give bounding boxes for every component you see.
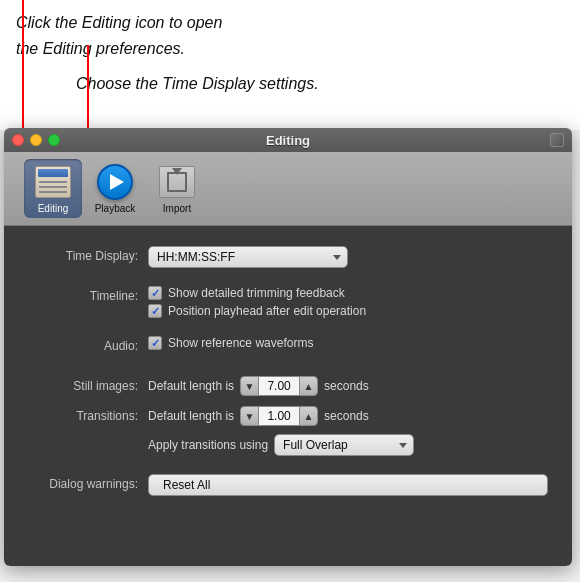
timeline-control: Show detailed trimming feedback Position… (148, 286, 548, 318)
time-display-control: HH:MM:SS:FF (148, 246, 548, 268)
reset-all-button[interactable]: Reset All (148, 474, 548, 496)
still-images-row: Still images: Default length is ▼ 7.00 ▲… (4, 372, 572, 402)
apply-transitions-dropdown[interactable]: Full Overlap (274, 434, 414, 456)
transitions-row: Transitions: Default length is ▼ 1.00 ▲ … (4, 402, 572, 460)
time-display-value: HH:MM:SS:FF (157, 250, 235, 264)
dialog-warnings-label: Dialog warnings: (28, 474, 148, 491)
minimize-button[interactable] (30, 134, 42, 146)
checkbox-row-1: Show detailed trimming feedback (148, 286, 548, 300)
apply-transitions-arrow-icon (399, 443, 407, 448)
time-display-dropdown[interactable]: HH:MM:SS:FF (148, 246, 348, 268)
time-display-dropdown-arrow-icon (333, 255, 341, 260)
timeline-label: Timeline: (28, 286, 148, 303)
transitions-length-inline: Default length is ▼ 1.00 ▲ seconds (148, 406, 548, 426)
import-toolbar-icon (158, 163, 196, 201)
red-line-2 (87, 45, 89, 130)
traffic-lights (12, 134, 60, 146)
checkbox-trimming-label: Show detailed trimming feedback (168, 286, 345, 300)
transitions-control: Default length is ▼ 1.00 ▲ seconds Apply… (148, 406, 548, 456)
transitions-value: 1.00 (259, 407, 299, 425)
checkbox-waveforms-label: Show reference waveforms (168, 336, 313, 350)
transitions-suffix: seconds (324, 409, 369, 423)
annotation-line2: the Editing preferences. (16, 38, 564, 60)
transitions-decrement-button[interactable]: ▼ (241, 407, 259, 425)
annotation-line3: Choose the Time Display settings. (76, 73, 564, 95)
audio-label: Audio: (28, 336, 148, 353)
import-icon-graphic (159, 166, 195, 198)
resize-button[interactable] (550, 133, 564, 147)
checkbox-row-2: Position playhead after edit operation (148, 304, 548, 318)
close-button[interactable] (12, 134, 24, 146)
still-images-stepper: ▼ 7.00 ▲ (240, 376, 318, 396)
maximize-button[interactable] (48, 134, 60, 146)
toolbar-item-import[interactable]: Import (148, 159, 206, 218)
playback-toolbar-icon (96, 163, 134, 201)
checkbox-row-3: Show reference waveforms (148, 336, 548, 350)
apply-transitions-label: Apply transitions using (148, 438, 268, 452)
annotation-area: Click the Editing icon to open the Editi… (0, 0, 580, 130)
play-triangle-icon (110, 174, 124, 190)
editing-toolbar-icon (34, 163, 72, 201)
editing-line-3 (39, 191, 67, 193)
audio-control: Show reference waveforms (148, 336, 548, 350)
import-arrow-icon (172, 168, 182, 175)
time-display-label: Time Display: (28, 246, 148, 263)
time-display-row: Time Display: HH:MM:SS:FF (4, 242, 572, 272)
checkbox-waveforms[interactable] (148, 336, 162, 350)
titlebar: Editing (4, 128, 572, 152)
transitions-prefix: Default length is (148, 409, 234, 423)
playback-toolbar-label: Playback (95, 203, 136, 214)
dialog-warnings-row: Dialog warnings: Reset All (4, 470, 572, 500)
editing-icon-graphic (35, 166, 71, 198)
toolbar: Editing Playback Import (4, 152, 572, 226)
apply-transitions-value: Full Overlap (283, 438, 348, 452)
window-title: Editing (266, 133, 310, 148)
transitions-label: Transitions: (28, 406, 148, 423)
still-images-prefix: Default length is (148, 379, 234, 393)
editing-line-1 (39, 181, 67, 183)
preferences-window: Editing Editing Playback (4, 128, 572, 566)
annotation-line1: Click the Editing icon to open (16, 12, 564, 34)
red-line-1 (22, 0, 24, 130)
dialog-warnings-control: Reset All (148, 474, 548, 496)
checkbox-trimming[interactable] (148, 286, 162, 300)
editing-toolbar-label: Editing (38, 203, 69, 214)
still-images-inline: Default length is ▼ 7.00 ▲ seconds (148, 376, 548, 396)
transitions-increment-button[interactable]: ▲ (299, 407, 317, 425)
still-images-label: Still images: (28, 376, 148, 393)
titlebar-right (550, 133, 564, 147)
audio-row: Audio: Show reference waveforms (4, 332, 572, 362)
import-inner-graphic (167, 172, 187, 192)
editing-line-2 (39, 186, 67, 188)
timeline-row: Timeline: Show detailed trimming feedbac… (4, 282, 572, 322)
still-images-suffix: seconds (324, 379, 369, 393)
checkbox-playhead-label: Position playhead after edit operation (168, 304, 366, 318)
still-images-decrement-button[interactable]: ▼ (241, 377, 259, 395)
playback-icon-graphic (97, 164, 133, 200)
checkbox-playhead[interactable] (148, 304, 162, 318)
toolbar-item-editing[interactable]: Editing (24, 159, 82, 218)
still-images-control: Default length is ▼ 7.00 ▲ seconds (148, 376, 548, 396)
toolbar-item-playback[interactable]: Playback (86, 159, 144, 218)
apply-transitions-inline: Apply transitions using Full Overlap (148, 434, 548, 456)
still-images-value: 7.00 (259, 377, 299, 395)
preferences-content: Time Display: HH:MM:SS:FF Timeline: Show… (4, 226, 572, 566)
transitions-stepper: ▼ 1.00 ▲ (240, 406, 318, 426)
still-images-increment-button[interactable]: ▲ (299, 377, 317, 395)
import-toolbar-label: Import (163, 203, 191, 214)
